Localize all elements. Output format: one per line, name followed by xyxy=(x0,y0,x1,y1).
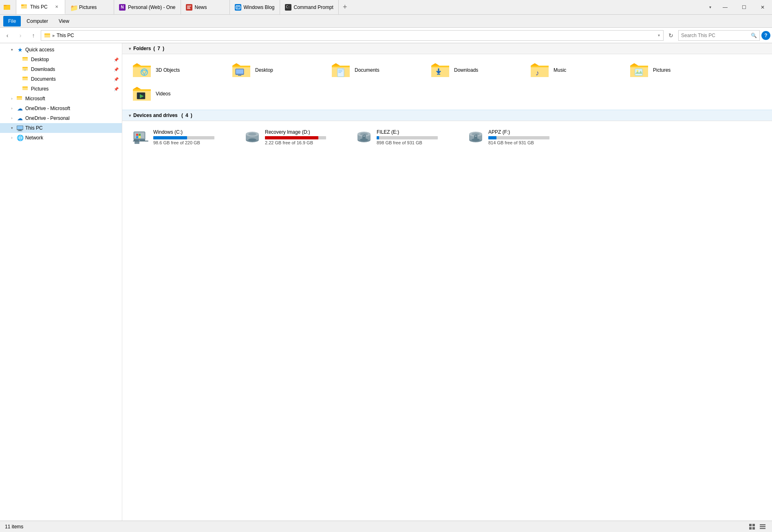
up-button[interactable]: ↑ xyxy=(28,30,39,41)
documents-pin: 📌 xyxy=(114,77,119,82)
refresh-button[interactable]: ↻ xyxy=(665,30,677,41)
tab-windowsblog-label: Windows Blog xyxy=(244,4,275,10)
windows-c-bar-bg xyxy=(153,136,214,139)
folder-item-3dobjects[interactable]: 3D Objects xyxy=(129,59,227,81)
grid-view-button[interactable] xyxy=(748,522,757,531)
3dobjects-label: 3D Objects xyxy=(156,67,180,73)
svg-rect-77 xyxy=(760,528,765,529)
drive-item-appz-f[interactable]: APPZ (F:) 814 GB free of 931 GB xyxy=(464,126,574,148)
forward-button[interactable]: › xyxy=(15,30,26,41)
filez-e-free: 898 GB free of 931 GB xyxy=(377,140,459,145)
tab-onenote[interactable]: N Personal (Web) - One xyxy=(114,0,181,14)
folder-item-desktop[interactable]: Desktop xyxy=(228,59,326,81)
tab-windowsblog[interactable]: Windows Blog xyxy=(230,0,280,14)
svg-rect-9 xyxy=(236,6,240,9)
sidebar-item-pictures[interactable]: Pictures 📌 xyxy=(0,84,122,94)
desktop-chevron xyxy=(15,57,20,62)
sidebar-item-quickaccess[interactable]: ▾ ★ Quick access xyxy=(0,45,122,55)
svg-rect-4 xyxy=(21,5,27,9)
svg-rect-26 xyxy=(17,126,23,129)
tab-thispc-close[interactable]: ✕ xyxy=(53,4,60,10)
svg-rect-11 xyxy=(237,7,238,8)
onedrive-ms-chevron: › xyxy=(9,106,15,111)
new-tab-button[interactable]: + xyxy=(339,0,351,14)
music-folder-label: Music xyxy=(554,67,566,73)
maximize-button[interactable]: ☐ xyxy=(735,0,753,15)
folders-chevron: ▾ xyxy=(129,46,131,51)
sidebar-label-microsoft: Microsoft xyxy=(25,96,119,102)
folder-item-pictures[interactable]: Pictures xyxy=(626,59,724,81)
sidebar-item-downloads[interactable]: ↓ Downloads 📌 xyxy=(0,64,122,74)
appz-f-bar-fill xyxy=(488,136,496,139)
tab-cmdprompt[interactable]: C: Command Prompt xyxy=(280,0,339,14)
sidebar-label-quickaccess: Quick access xyxy=(25,47,119,53)
sidebar-item-documents[interactable]: Documents 📌 xyxy=(0,74,122,84)
path-dropdown[interactable]: ▾ xyxy=(658,33,660,38)
quickaccess-icon: ★ xyxy=(16,46,24,53)
tab-cmdprompt-label: Command Prompt xyxy=(294,4,333,10)
sidebar-item-desktop[interactable]: Desktop 📌 xyxy=(0,55,122,64)
help-button[interactable]: ? xyxy=(761,31,770,40)
ribbon-tab-view[interactable]: View xyxy=(54,16,74,26)
ribbon-tab-file[interactable]: File xyxy=(3,16,21,26)
drive-item-filez-e[interactable]: FILEZ (E:) 898 GB free of 931 GB xyxy=(352,126,462,148)
tab-pictures[interactable]: 📁 Pictures xyxy=(65,0,114,14)
tab-thispc-label: This PC xyxy=(30,4,48,10)
windows-c-name: Windows (C:) xyxy=(153,129,236,135)
music-folder-icon: ♪ xyxy=(530,62,549,79)
pictures-icon xyxy=(22,85,29,93)
recovery-d-free: 2.22 GB free of 16.9 GB xyxy=(265,140,347,145)
sidebar-item-microsoft[interactable]: › Microsoft xyxy=(0,94,122,104)
app-icon xyxy=(0,0,16,14)
tab-thispc[interactable]: This PC ✕ xyxy=(16,0,65,14)
onenote-tab-icon: N xyxy=(119,4,126,11)
drive-item-windows-c[interactable]: Windows (C:) 98.6 GB free of 220 GB xyxy=(129,126,239,148)
sidebar-label-onedrive-ms: OneDrive - Microsoft xyxy=(25,106,119,111)
downloads-folder-icon xyxy=(430,62,450,79)
main-layout: ▾ ★ Quick access Desktop 📌 ↓ Downloads 📌 xyxy=(0,43,772,521)
drive-item-recovery-d[interactable]: Recovery Image (D:) 2.22 GB free of 16.9… xyxy=(240,126,351,148)
filez-e-info: FILEZ (E:) 898 GB free of 931 GB xyxy=(377,129,459,145)
svg-rect-37 xyxy=(338,72,341,73)
search-box[interactable]: 🔍 xyxy=(678,30,760,41)
windows-c-info: Windows (C:) 98.6 GB free of 220 GB xyxy=(153,129,236,145)
drives-section-header[interactable]: ▾ Devices and drives (4) xyxy=(122,110,772,121)
desktop-pin: 📌 xyxy=(114,57,119,62)
folder-item-music[interactable]: ♪ Music xyxy=(527,59,624,81)
address-path[interactable]: ▸ This PC ▾ xyxy=(41,30,664,41)
folders-section-header[interactable]: ▾ Folders (7) xyxy=(122,43,772,54)
minimize-button[interactable]: — xyxy=(716,0,735,15)
svg-rect-22 xyxy=(22,88,28,90)
list-view-button[interactable] xyxy=(758,522,767,531)
svg-rect-28 xyxy=(18,131,22,131)
tab-news[interactable]: News xyxy=(181,0,230,14)
sidebar-item-network[interactable]: › 🌐 Network xyxy=(0,133,122,143)
svg-rect-52 xyxy=(133,141,148,141)
3dobjects-icon xyxy=(132,62,152,79)
tab-news-label: News xyxy=(195,4,207,10)
windows-c-free: 98.6 GB free of 220 GB xyxy=(153,140,236,145)
svg-rect-49 xyxy=(139,134,141,136)
folders-grid: 3D Objects Desktop xyxy=(122,54,772,110)
appz-f-icon xyxy=(467,128,484,146)
close-button[interactable]: ✕ xyxy=(753,0,772,15)
search-icon: 🔍 xyxy=(751,33,757,38)
tabs-overflow[interactable]: ▾ xyxy=(704,2,716,13)
documents-icon xyxy=(22,75,29,83)
back-button[interactable]: ‹ xyxy=(2,30,13,41)
sidebar-label-network: Network xyxy=(25,135,119,141)
sidebar-item-onedrive-personal[interactable]: › ☁ OneDrive - Personal xyxy=(0,113,122,123)
tab-pictures-label: Pictures xyxy=(79,4,97,10)
svg-point-58 xyxy=(248,139,256,141)
view-controls xyxy=(748,522,767,531)
sidebar-item-thispc[interactable]: ▾ This PC xyxy=(0,123,122,133)
svg-rect-73 xyxy=(749,527,752,530)
folder-item-downloads[interactable]: Downloads xyxy=(427,59,525,81)
search-input[interactable] xyxy=(681,33,749,38)
folder-item-videos[interactable]: Videos xyxy=(129,83,227,105)
sidebar-item-onedrive-ms[interactable]: › ☁ OneDrive - Microsoft xyxy=(0,104,122,113)
pictures-folder-label: Pictures xyxy=(653,67,671,73)
thispc-tab-icon xyxy=(21,4,28,10)
folder-item-documents[interactable]: Documents xyxy=(328,59,426,81)
ribbon-tab-computer[interactable]: Computer xyxy=(22,16,53,26)
